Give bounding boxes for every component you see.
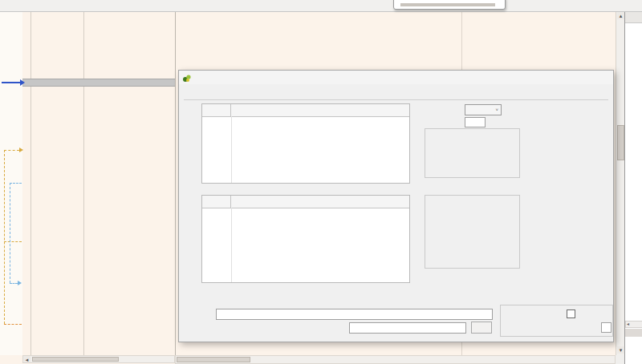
bot-config-dialog[interactable]: ˅ [178,70,614,342]
col-content[interactable] [231,104,409,116]
dialog-icon [182,72,192,87]
col-content[interactable] [231,196,409,208]
jump-line-gold [4,150,19,151]
table-col-divider [231,116,232,183]
disasm-vscrollbar[interactable]: ▴ ▾ [616,11,624,355]
minimize-button[interactable] [565,71,578,83]
jump-arrow [18,281,22,285]
jump-line-gold [4,150,5,324]
reply-table[interactable] [201,195,410,283]
register-hscrollbar[interactable]: ◂ [625,321,642,328]
scroll-thumb[interactable] [177,357,250,362]
channel-dropdown[interactable]: ˅ [465,104,502,115]
register-panel-header [625,11,642,23]
debugger-window: ◂ ▴ ▾ ◂ [0,0,642,364]
args-convention-label[interactable] [625,329,642,337]
scroll-up-arrow[interactable]: ▴ [617,12,624,19]
jump-line-gold [4,241,22,242]
col-seq[interactable] [202,104,231,116]
main-hscrollbar[interactable] [175,355,616,364]
scroll-thumb[interactable] [32,357,119,362]
jump-line-blue [10,183,22,184]
jump-line-orange [4,324,22,325]
tooltip-text-blur [400,3,495,6]
copy-button[interactable] [471,322,492,334]
shout-table[interactable] [201,103,410,184]
toolbar [0,0,642,12]
table-header [202,196,409,208]
shout-options-group [425,128,520,178]
column-divider [30,11,31,355]
register-panel[interactable]: ◂ [624,11,642,364]
left-hscrollbar[interactable]: ◂ [22,355,175,363]
scroll-down-arrow[interactable]: ▾ [617,346,624,354]
machine-code-input[interactable] [349,322,466,334]
dialog-tabbar [184,86,608,100]
reply-options-group [425,195,520,269]
table-header [202,104,409,117]
jump-line-blue [10,283,18,284]
chevron-down-icon: ˅ [495,107,498,112]
selected-row-highlight [22,79,175,87]
tooltip [393,0,506,10]
text-tip-input[interactable] [216,309,493,320]
column-divider [83,11,84,355]
skip-input[interactable] [601,322,612,333]
table-col-divider [231,208,232,282]
instruction-pointer-arrow [2,82,21,83]
brush-group-box [500,305,613,337]
interval-input[interactable] [465,117,486,127]
dialog-titlebar[interactable] [179,71,613,84]
maximize-button[interactable] [581,71,594,83]
jump-line-blue [10,183,10,283]
col-seq[interactable] [202,196,231,208]
close-button[interactable] [597,71,610,83]
pane-divider[interactable] [175,11,176,355]
scroll-thumb[interactable] [617,125,624,160]
checkbox-icon[interactable] [567,309,575,318]
scroll-left-arrow[interactable]: ◂ [23,356,30,362]
jump-arrow [19,148,23,152]
single-run-checkbox[interactable] [567,309,579,318]
